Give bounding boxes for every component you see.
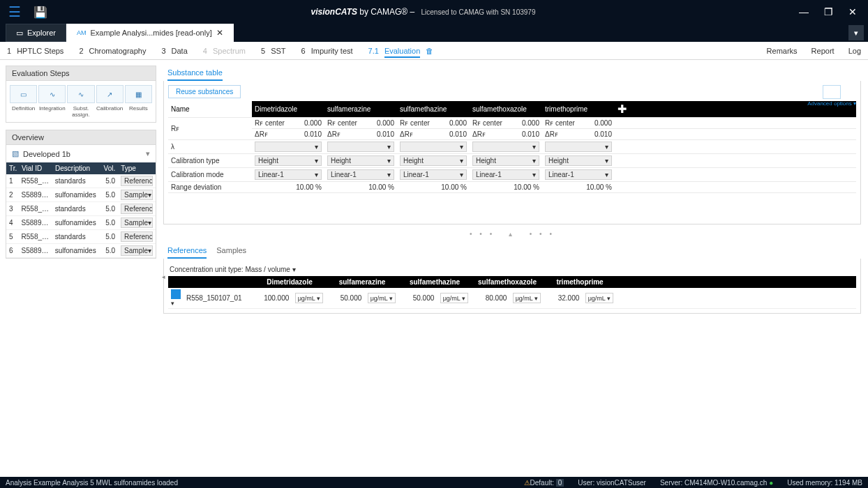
link-log[interactable]: Log [848,47,861,55]
minimize-icon[interactable]: — [799,6,809,17]
tab-close-icon[interactable]: ✕ [216,28,223,38]
row-color-swatch[interactable] [171,289,181,299]
window-title: visionCATS by CAMAG® – Licensed to CAMAG… [47,7,799,17]
type-selector[interactable]: Reference▾ [121,231,153,242]
calmode-selector[interactable]: Linear-1▾ [545,169,612,180]
status-user: User: visionCATSuser [578,479,646,487]
calmode-selector[interactable]: Linear-1▾ [327,169,394,180]
table-row[interactable]: 4S5889_...sulfonamides5.0Sample▾ [6,216,156,230]
add-column-button[interactable]: ✚ [615,101,661,118]
status-server: Server: CM414MO-W10.camag.ch ● [660,479,773,487]
caltype-selector[interactable]: Height▾ [400,155,467,166]
status-default: ⚠Default: 0 [524,479,564,487]
caltype-selector[interactable]: Height▾ [472,155,539,166]
caltype-selector[interactable]: Height▾ [255,155,322,166]
step-evaluation[interactable]: 7.1Evaluation🗑 [368,47,434,55]
lambda-selector[interactable]: ▾ [400,142,467,152]
collapse-left-icon[interactable]: ◂ [160,268,166,285]
statusbar: Analysis Example Analysis 5 MWL sulfonam… [0,477,868,488]
layers-icon: ▧ [12,149,19,158]
evalstep-definition[interactable]: ▭Definition [9,85,38,118]
evalstep-integration[interactable]: ∿Integration [38,85,66,118]
table-row[interactable]: 3R558_1...standards5.0Reference▾ [6,202,156,216]
table-row[interactable]: 1R558_1...standards5.0Reference▾ [6,174,156,188]
substance-table: NameDimetridazolesulfamerazinesulfametha… [168,101,856,193]
substance-table-panel: Advanced options ▾ Reuse substances Name… [163,81,861,224]
calmode-selector[interactable]: Linear-1▾ [472,169,539,180]
evalstep-calibration[interactable]: ↗Calibration [96,85,124,118]
step-data[interactable]: 3Data [161,47,187,55]
panel-title: Overview [6,130,156,145]
lambda-selector[interactable]: ▾ [545,142,612,152]
status-memory: Used memory: 1194 MB [787,479,862,487]
tabs-overflow-button[interactable]: ▾ [848,25,864,40]
menu-icon[interactable]: ☰ [8,3,21,20]
step-chromatography[interactable]: 2Chromatography [79,47,146,55]
caltype-selector[interactable]: Height▾ [327,155,394,166]
save-icon[interactable]: 💾 [33,6,47,19]
titlebar: ☰ 💾 visionCATS by CAMAG® – Licensed to C… [0,0,868,24]
tab-samples[interactable]: Samples [216,246,246,259]
references-table: Dimetridazolesulfamerazinesulfamethazine… [168,276,856,309]
table-row[interactable]: 2S5889_...sulfonamides5.0Sample▾ [6,188,156,202]
maximize-icon[interactable]: ❐ [824,6,833,17]
link-report[interactable]: Report [811,47,835,55]
advanced-options-button[interactable]: Advanced options ▾ [807,85,856,107]
concentration-label: Concentration unit type: [170,266,244,273]
tab-substance-table[interactable]: Substance table [167,68,223,81]
developed-selector[interactable]: ▧ Developed 1b▾ [6,145,156,162]
calmode-selector[interactable]: Linear-1▾ [255,169,322,180]
table-row[interactable]: 6S5889_...sulfonamides5.0Sample▾ [6,244,156,258]
unit-selector[interactable]: μg/mL ▾ [585,293,613,303]
folder-icon: ▭ [16,29,23,38]
panel-title: Evaluation Steps [6,66,156,81]
close-icon[interactable]: ✕ [848,6,857,17]
document-tabs: ▭ Explorer AM Example Analysi...mides [r… [0,24,868,42]
references-panel: Concentration unit type: Mass / volume ▾… [163,259,861,314]
workflow-steps: 1HPTLC Steps 2Chromatography 3Data 4Spec… [0,42,868,60]
lambda-selector[interactable]: ▾ [255,142,322,152]
table-row[interactable]: 5R558_1...standards5.0Reference▾ [6,230,156,244]
tab-references[interactable]: References [167,246,207,259]
caltype-selector[interactable]: Height▾ [545,155,612,166]
step-impurity[interactable]: 6Impurity test [301,47,353,55]
type-selector[interactable]: Reference▾ [121,204,153,214]
type-selector[interactable]: Reference▾ [121,176,153,186]
unit-selector[interactable]: μg/mL ▾ [513,293,541,303]
splitter-handle[interactable]: • • • ▴ • • • [163,229,861,239]
unit-selector[interactable]: μg/mL ▾ [368,293,396,303]
unit-selector[interactable]: μg/mL ▾ [295,293,323,303]
evalstep-results[interactable]: ▦Results [124,85,153,118]
chevron-down-icon[interactable]: ▾ [171,300,174,307]
status-message: Analysis Example Analysis 5 MWL sulfonam… [6,479,178,487]
link-remarks[interactable]: Remarks [767,47,798,55]
type-selector[interactable]: Sample▾ [121,245,153,256]
tab-explorer[interactable]: ▭ Explorer [6,24,66,42]
calmode-selector[interactable]: Linear-1▾ [400,169,467,180]
lambda-selector[interactable]: ▾ [327,142,394,152]
panel-overview: Overview ▧ Developed 1b▾ Tr. Vial ID Des… [6,130,156,259]
reuse-substances-button[interactable]: Reuse substances [168,85,241,98]
analysis-icon: AM [77,29,87,36]
step-hptlc[interactable]: 1HPTLC Steps [7,47,63,55]
evalstep-subst-assign[interactable]: ∿Subst. assign. [66,85,95,118]
lambda-selector[interactable]: ▾ [472,142,539,152]
step-sst[interactable]: 5SST [261,47,286,55]
delete-icon[interactable]: 🗑 [426,47,433,55]
concentration-selector[interactable]: Mass / volume ▾ [245,266,295,273]
tab-document[interactable]: AM Example Analysi...mides [read-only] ✕ [66,24,234,42]
type-selector[interactable]: Sample▾ [121,190,153,200]
overview-table-header: Tr. Vial ID Description Vol. Type [6,162,156,174]
type-selector[interactable]: Sample▾ [121,218,153,228]
panel-evaluation-steps: Evaluation Steps ▭Definition ∿Integratio… [6,66,156,123]
unit-selector[interactable]: μg/mL ▾ [440,293,468,303]
step-spectrum: 4Spectrum [203,47,246,55]
